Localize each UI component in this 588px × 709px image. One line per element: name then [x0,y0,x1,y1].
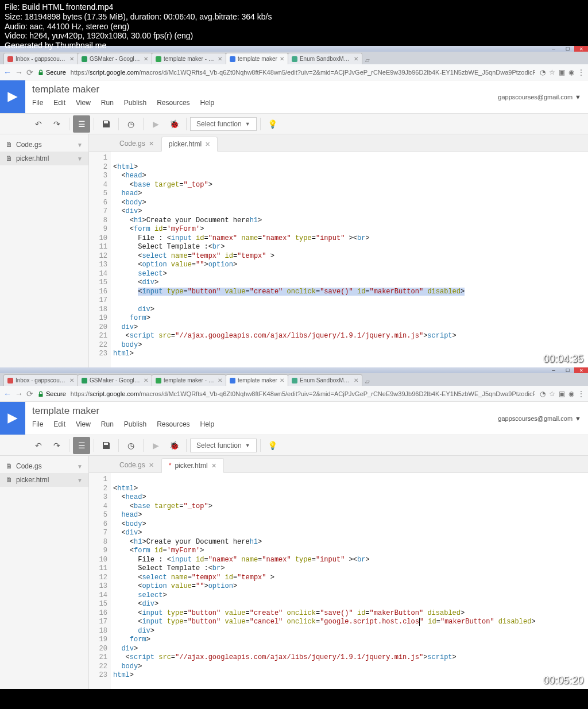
browser-tab[interactable]: Enum SandboxMode |✕ [288,53,362,64]
run-button[interactable]: ▶ [147,115,164,133]
url-input[interactable]: https://script.google.com/macros/d/Mc1WQ… [71,390,535,397]
window-maximize-button[interactable]: ☐ [560,367,574,373]
tab-close-icon[interactable]: ✕ [218,56,222,62]
user-account[interactable]: gappscourses@gmail.com▼ [491,80,588,113]
hint-icon[interactable]: 💡 [264,437,281,454]
apps-script-logo[interactable] [0,402,25,435]
code-editor[interactable]: 1234567891011121314151617181920212223 <h… [89,152,588,367]
undo-button[interactable]: ↶ [30,437,47,454]
extension-icon[interactable]: ▣ [559,390,565,398]
save-button[interactable] [98,115,115,133]
browser-tab[interactable]: GSMaker - Google Drive✕ [78,374,152,386]
project-title[interactable]: template maker [32,405,484,417]
file-menu-icon[interactable]: ▼ [77,156,83,162]
undo-button[interactable]: ↶ [30,115,47,133]
menu-file[interactable]: File [32,420,43,428]
browser-menu-icon[interactable]: ⋮ [578,390,585,398]
menu-view[interactable]: View [76,99,91,107]
bookmark-icon[interactable]: ☆ [549,68,555,76]
tab-close-icon[interactable]: ✕ [280,377,284,383]
file-menu-icon[interactable]: ▼ [77,477,83,483]
run-button[interactable]: ▶ [147,437,164,454]
nav-forward-button[interactable]: → [15,68,23,77]
debug-button[interactable]: 🐞 [165,115,183,133]
browser-tab[interactable]: Enum SandboxMode |✕ [288,374,362,386]
save-button[interactable] [98,437,115,454]
file-menu-icon[interactable]: ▼ [77,463,83,470]
project-title[interactable]: template maker [32,84,484,95]
menu-run[interactable]: Run [101,420,114,428]
triggers-button[interactable]: ◷ [122,115,140,133]
triggers-button[interactable]: ◷ [122,437,140,454]
window-close-button[interactable]: ✕ [574,367,588,373]
tab-close-icon[interactable]: ✕ [144,377,148,383]
code-editor[interactable]: 1234567891011121314151617181920212223 <h… [89,473,588,689]
tab-close-icon[interactable]: ✕ [218,377,222,383]
tab-close-icon[interactable]: ✕ [149,140,154,148]
nav-reload-button[interactable]: ⟳ [26,68,33,77]
indent-button[interactable]: ☰ [73,437,90,454]
sidebar-file-picker[interactable]: 🗎picker.html ▼ [0,473,88,487]
file-menu-icon[interactable]: ▼ [77,142,83,148]
editor-tab-active[interactable]: *picker.html✕ [161,458,224,473]
function-selector[interactable]: Select function▼ [190,439,257,452]
browser-tab[interactable]: GSMaker - Google Drive✕ [78,53,152,64]
url-input[interactable]: https://script.google.com/macros/d/Mc1WQ… [71,69,535,76]
menu-file[interactable]: File [32,99,43,107]
menu-help[interactable]: Help [200,420,215,428]
tab-close-icon[interactable]: ✕ [69,56,74,62]
window-maximize-button[interactable]: ☐ [560,46,574,52]
editor-tab[interactable]: Code.gs✕ [112,136,161,151]
nav-back-button[interactable]: ← [3,389,11,398]
hint-icon[interactable]: 💡 [264,115,281,133]
menu-help[interactable]: Help [200,99,215,107]
menu-resources[interactable]: Resources [157,420,189,428]
menu-edit[interactable]: Edit [53,99,65,107]
editor-tab[interactable]: Code.gs✕ [112,458,161,472]
window-minimize-button[interactable]: ─ [547,46,560,52]
tab-close-icon[interactable]: ✕ [69,377,74,383]
sidebar-file-code[interactable]: 🗎Code.gs ▼ [0,138,88,152]
browser-menu-icon[interactable]: ⋮ [578,68,585,76]
tab-close-icon[interactable]: ✕ [144,56,148,62]
browser-tab[interactable]: template maker - Goog✕ [152,374,226,386]
debug-button[interactable]: 🐞 [165,437,183,454]
new-tab-button[interactable]: ▱ [362,377,373,386]
nav-reload-button[interactable]: ⟳ [26,389,33,398]
editor-tab-active[interactable]: picker.html✕ [161,137,218,152]
extension-icon[interactable]: ◔ [540,390,546,398]
extension-icon[interactable]: ◔ [540,68,546,76]
extension-icon[interactable]: ◉ [568,68,574,76]
tab-close-icon[interactable]: ✕ [354,56,358,62]
menu-resources[interactable]: Resources [157,99,189,107]
nav-forward-button[interactable]: → [15,389,23,398]
bookmark-icon[interactable]: ☆ [549,390,555,398]
new-tab-button[interactable]: ▱ [362,56,373,64]
extension-icon[interactable]: ◉ [568,390,574,398]
menu-run[interactable]: Run [101,99,114,107]
window-minimize-button[interactable]: ─ [547,367,560,373]
browser-tab-active[interactable]: template maker✕ [226,374,288,386]
menu-edit[interactable]: Edit [53,420,65,428]
sidebar-file-code[interactable]: 🗎Code.gs ▼ [0,459,88,473]
menu-view[interactable]: View [76,420,91,428]
menu-publish[interactable]: Publish [124,420,146,428]
browser-tab[interactable]: Inbox - gappscourses@g✕ [3,53,78,64]
function-selector[interactable]: Select function▼ [190,117,257,131]
redo-button[interactable]: ↷ [48,115,65,133]
tab-close-icon[interactable]: ✕ [149,462,154,469]
user-account[interactable]: gappscourses@gmail.com▼ [491,402,588,435]
sidebar-file-picker[interactable]: 🗎picker.html ▼ [0,152,88,165]
tab-close-icon[interactable]: ✕ [211,462,216,470]
extension-icon[interactable]: ▣ [559,68,565,76]
menu-publish[interactable]: Publish [124,99,146,107]
tab-close-icon[interactable]: ✕ [280,56,284,62]
nav-back-button[interactable]: ← [3,68,11,77]
browser-tab-active[interactable]: template maker✕ [226,53,288,64]
window-close-button[interactable]: ✕ [574,46,588,52]
apps-script-logo[interactable] [0,80,25,113]
secure-indicator[interactable]: Secure [38,69,66,76]
indent-button[interactable]: ☰ [73,115,90,133]
secure-indicator[interactable]: Secure [38,390,66,397]
tab-close-icon[interactable]: ✕ [354,377,358,383]
